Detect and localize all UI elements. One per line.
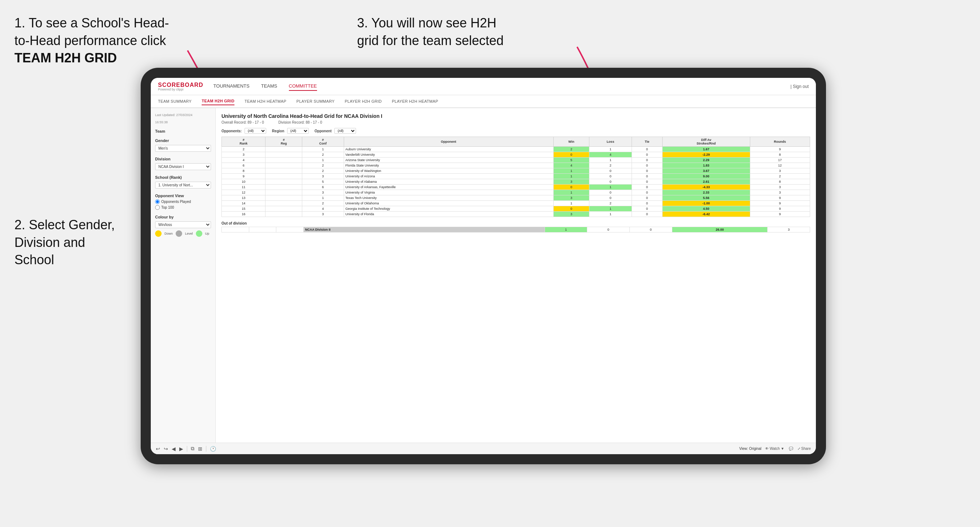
sub-nav-player-h2h-heatmap[interactable]: PLAYER H2H HEATMAP: [392, 98, 438, 105]
color-up-dot: [196, 230, 202, 237]
nav-item-teams[interactable]: TEAMS: [261, 82, 277, 91]
sub-nav-team-h2h-heatmap[interactable]: TEAM H2H HEATMAP: [245, 98, 286, 105]
share-button[interactable]: ⤢ Share: [797, 447, 811, 451]
cell-conf: 6: [302, 184, 344, 190]
cell-rank: 6: [222, 163, 266, 168]
col-rank: #Rank: [222, 137, 266, 147]
cell-diff: 2.29: [663, 157, 750, 163]
cell-reg: [266, 147, 302, 152]
nav-items: TOURNAMENTS TEAMS COMMITTEE: [213, 82, 791, 91]
radio-opponents-played[interactable]: Opponents Played: [155, 199, 211, 204]
table-row: 12 3 University of Virginia 1 0 0 2.33 3: [222, 190, 810, 195]
cell-loss: 0: [589, 168, 632, 174]
division-label: Division: [155, 157, 211, 161]
cell-reg: [266, 152, 302, 157]
undo-button[interactable]: ↩: [156, 446, 160, 452]
cell-loss: 2: [589, 163, 632, 168]
view-original-button[interactable]: View: Original: [740, 447, 762, 451]
cell-conf: 3: [302, 211, 344, 217]
cell-diff: 5.56: [663, 195, 750, 201]
cell-reg: [266, 206, 302, 211]
col-conf: #Conf: [302, 137, 344, 147]
col-loss: Loss: [589, 137, 632, 147]
logo-sub: Powered by clippi: [158, 87, 204, 91]
cell-opponent: University of Arkansas, Fayetteville: [344, 184, 553, 190]
sub-nav-team-summary[interactable]: TEAM SUMMARY: [158, 98, 191, 105]
sign-out-button[interactable]: | Sign out: [791, 84, 809, 89]
view-label: View: Original: [740, 447, 762, 451]
col-rounds: Rounds: [750, 137, 810, 147]
annotation-3: 3. You will now see H2H grid for the tea…: [357, 14, 581, 49]
cell-reg: [266, 163, 302, 168]
copy-button[interactable]: ⧉: [191, 446, 194, 452]
cell-tie: 0: [632, 152, 662, 157]
last-updated-label: Last Updated: 27/03/2024: [155, 113, 211, 117]
sub-nav-player-summary[interactable]: PLAYER SUMMARY: [296, 98, 335, 105]
filter-conference-select[interactable]: (All): [245, 128, 266, 134]
division-select[interactable]: NCAA Division I: [155, 163, 211, 170]
filter-region-select[interactable]: (All): [287, 128, 309, 134]
comment-button[interactable]: 💬: [789, 447, 793, 451]
cell-rounds: 9: [750, 195, 810, 201]
school-label: School (Rank): [155, 175, 211, 179]
radio-top100-input[interactable]: [155, 205, 160, 210]
cell-tie: 0: [632, 174, 662, 179]
cell-loss: 1: [589, 184, 632, 190]
sub-nav: TEAM SUMMARY TEAM H2H GRID TEAM H2H HEAT…: [151, 95, 816, 108]
cell-rounds: 9: [750, 211, 810, 217]
sub-nav-team-h2h-grid[interactable]: TEAM H2H GRID: [202, 97, 234, 105]
color-level-dot: [176, 230, 182, 237]
cell-diff: 9.00: [663, 174, 750, 179]
cell-diff: 3.67: [663, 168, 750, 174]
color-down-label: Down: [164, 232, 173, 235]
colour-select[interactable]: Win/loss: [155, 221, 211, 228]
redo-button[interactable]: ↪: [164, 446, 168, 452]
colour-section: Colour by Win/loss Down Level Up: [155, 215, 211, 237]
forward-button[interactable]: ▶: [179, 446, 183, 452]
cell-conf: 1: [302, 147, 344, 152]
watch-button[interactable]: 👁 Watch ▼: [765, 447, 784, 451]
cell-reg: [266, 174, 302, 179]
sub-nav-player-h2h-grid[interactable]: PLAYER H2H GRID: [345, 98, 382, 105]
nav-item-tournaments[interactable]: TOURNAMENTS: [213, 82, 250, 91]
cell-tie: 0: [632, 157, 662, 163]
cell-win: 0: [553, 184, 589, 190]
filter-opponents-label: Opponents:: [221, 129, 242, 133]
cell-opponent: University of Virginia: [344, 190, 553, 195]
color-legend: Down Level Up: [155, 230, 211, 237]
opponent-view-section: Opponent View Opponents Played Top 100: [155, 194, 211, 210]
table-row: 11 6 University of Arkansas, Fayettevill…: [222, 184, 810, 190]
layout-button[interactable]: ⊞: [198, 446, 202, 452]
cell-win: 0: [553, 152, 589, 157]
cell-win: 3: [553, 211, 589, 217]
cell-opponent: University of Arizona: [344, 174, 553, 179]
cell-tie: 0: [632, 211, 662, 217]
nav-item-committee[interactable]: COMMITTEE: [289, 82, 317, 91]
h2h-table: #Rank #Reg #Conf Opponent Win Loss Tie D…: [221, 137, 810, 217]
filter-opponent-select[interactable]: (All): [334, 128, 356, 134]
gender-select[interactable]: Men's Women's: [155, 145, 211, 152]
filter-region-label: Region: [272, 129, 284, 133]
table-row: 15 4 Georgia Institute of Technology 0 1…: [222, 206, 810, 211]
clock-button[interactable]: 🕐: [210, 446, 216, 452]
color-level-label: Level: [185, 232, 193, 235]
cell-rounds: 9: [750, 206, 810, 211]
back-button[interactable]: ◀: [172, 446, 176, 452]
cell-rank: 2: [222, 147, 266, 152]
table-row: 4 1 Arizona State University 5 1 0 2.29 …: [222, 157, 810, 163]
opponent-view-label: Opponent View: [155, 194, 211, 198]
team-label: Team: [155, 129, 211, 133]
school-section: School (Rank) 1. University of Nort...: [155, 175, 211, 189]
cell-loss: 0: [589, 174, 632, 179]
cell-rank: 15: [222, 206, 266, 211]
grid-records: Overall Record: 89 - 17 - 0 Division Rec…: [221, 121, 810, 124]
cell-win: 1: [553, 168, 589, 174]
cell-opponent: University of Florida: [344, 211, 553, 217]
cell-win: 3: [553, 179, 589, 184]
radio-top100[interactable]: Top 100: [155, 205, 211, 210]
division-section: Division NCAA Division I: [155, 157, 211, 170]
radio-opponents-played-input[interactable]: [155, 199, 160, 204]
school-select[interactable]: 1. University of Nort...: [155, 182, 211, 189]
table-row: 8 2 University of Washington 1 0 0 3.67 …: [222, 168, 810, 174]
cell-reg: [266, 184, 302, 190]
